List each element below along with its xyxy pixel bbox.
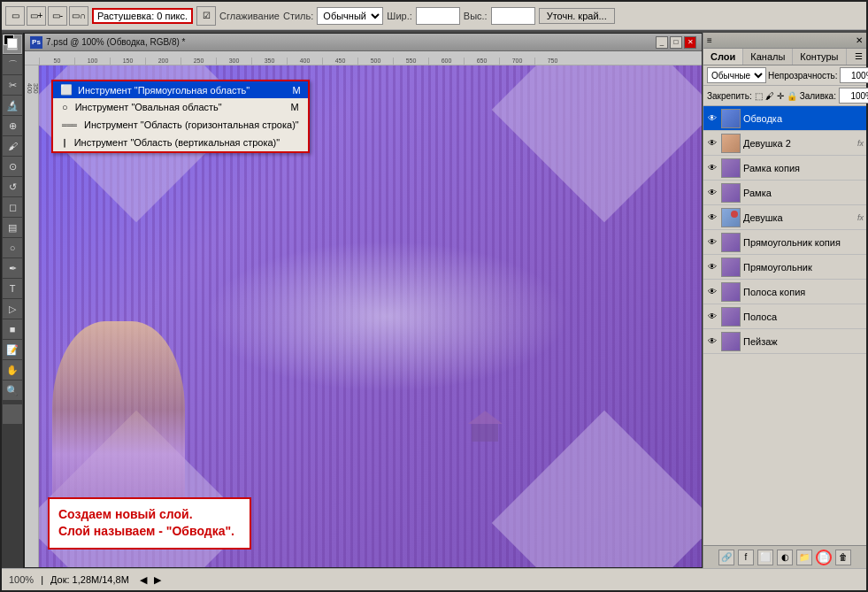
ruler-mark: 100 <box>74 58 110 65</box>
layer-item-rect-copy[interactable]: 👁 Прямоугольник копия <box>703 230 866 255</box>
panel-close-btn[interactable]: ✕ <box>856 35 863 45</box>
style-select[interactable]: Обычный <box>317 7 383 25</box>
fill-input[interactable] <box>839 88 868 104</box>
layers-panel: ≡ ✕ Слои Каналы Контуры ☰ Обычные Непроз… <box>703 33 866 568</box>
zoom-tool-btn[interactable]: 🔍 <box>3 381 22 400</box>
shape-tool-btn[interactable]: ■ <box>3 319 22 339</box>
lock-pixels-btn[interactable]: 🖌 <box>765 91 774 101</box>
opacity-input[interactable] <box>840 67 868 83</box>
menu-item-rect-marquee[interactable]: ⬜ Инструмент "Прямоугольная область" M <box>53 81 308 98</box>
ruler-mark: 150 <box>110 58 145 65</box>
new-adjustment-btn[interactable]: ◐ <box>777 550 793 565</box>
gradient-tool-btn[interactable]: ▤ <box>3 218 22 237</box>
layer-name-polosa: Полоса <box>743 311 864 322</box>
layer-item-devushka2[interactable]: 👁 Девушка 2 fx <box>703 131 866 156</box>
panel-menu-btn[interactable]: ☰ <box>851 49 866 65</box>
link-layers-btn[interactable]: 🔗 <box>718 550 734 565</box>
layer-eye-rect-copy[interactable]: 👁 <box>706 236 718 249</box>
ruler-mark: 400 <box>287 58 322 65</box>
healing-tool-btn[interactable]: ⊕ <box>3 116 22 135</box>
layer-item-polosa-copy[interactable]: 👁 Полоса копия <box>703 280 866 304</box>
minimize-button[interactable]: _ <box>656 36 668 49</box>
eyedropper-tool-btn[interactable]: 🔬 <box>3 96 22 115</box>
ruler-mark: 700 <box>499 58 534 65</box>
ruler-mark: 750 <box>534 58 570 65</box>
layer-name-polosa-copy: Полоса копия <box>743 287 864 297</box>
layer-styles-btn[interactable]: f <box>738 550 754 565</box>
lasso-tool-btn[interactable]: ⌒ <box>3 55 22 74</box>
add-mask-btn[interactable]: ⬜ <box>757 550 773 565</box>
new-group-btn[interactable]: 📁 <box>796 550 812 565</box>
notes-tool-btn[interactable]: 📝 <box>3 340 22 359</box>
layer-thumb-rect-copy <box>721 233 741 252</box>
style-label: Стиль: <box>283 11 313 21</box>
layer-eye-devushka[interactable]: 👁 <box>706 211 718 224</box>
brush-tool-btn[interactable]: 🖌 <box>3 136 22 156</box>
history-tool-btn[interactable]: ↺ <box>3 177 22 196</box>
layer-eye-obvodka[interactable]: 👁 <box>706 112 718 125</box>
menu-item-col-marquee[interactable]: ║ Инструмент "Область (вертикальная стро… <box>53 134 308 151</box>
layer-eye-polosa-copy[interactable]: 👁 <box>706 286 718 298</box>
layer-eye-devushka2[interactable]: 👁 <box>706 137 718 150</box>
fg-color-btn[interactable] <box>3 404 22 424</box>
tab-paths[interactable]: Контуры <box>793 49 846 65</box>
lock-transparent-btn[interactable]: ⬚ <box>755 91 763 101</box>
intersect-selection-btn[interactable]: ▭∩ <box>69 6 88 26</box>
type-tool-btn[interactable]: T <box>3 279 22 298</box>
path-tool-btn[interactable]: ▷ <box>3 299 22 319</box>
tab-channels[interactable]: Каналы <box>743 49 793 65</box>
layer-eye-pejzazh[interactable]: 👁 <box>706 335 718 348</box>
maximize-button[interactable]: □ <box>670 36 682 49</box>
smooth-checkbox[interactable]: ☑ <box>196 6 216 26</box>
ruler-mark: 50 <box>39 58 74 65</box>
ruler-mark: 600 <box>428 58 464 65</box>
layer-item-pejzazh[interactable]: 👁 Пейзаж <box>703 329 866 354</box>
layer-item-devushka[interactable]: 👁 Девушка fx <box>703 205 866 230</box>
layer-item-ramka-copy[interactable]: 👁 Рамка копия <box>703 156 866 181</box>
layer-item-rect[interactable]: 👁 Прямоугольник <box>703 255 866 280</box>
menu-item-row-marquee[interactable]: ═══ Инструмент "Область (горизонтальная … <box>53 116 308 134</box>
clone-tool-btn[interactable]: ⊙ <box>3 157 22 176</box>
tab-layers[interactable]: Слои <box>703 49 743 65</box>
layer-name-rect: Прямоугольник <box>743 262 864 273</box>
lock-row: Закрепить: ⬚ 🖌 ✛ 🔒 Заливка: <box>703 86 866 106</box>
status-bar: 100% | Док: 1,28M/14,8M ◀ ▶ <box>2 568 866 590</box>
instruction-line2: Слой называем - "Обводка". <box>58 523 241 541</box>
lock-position-btn[interactable]: ✛ <box>777 91 784 101</box>
delete-layer-btn[interactable]: 🗑 <box>835 550 851 565</box>
lock-all-btn[interactable]: 🔒 <box>787 91 797 101</box>
nav-left-btn[interactable]: ◀ <box>140 574 147 586</box>
layer-item-obvodka[interactable]: 👁 Обводка <box>703 106 866 131</box>
dodge-tool-btn[interactable]: ○ <box>3 238 22 258</box>
ruler-mark: 450 <box>322 58 357 65</box>
height-input[interactable] <box>491 7 535 25</box>
height-label: Выс.: <box>464 11 488 21</box>
eraser-tool-btn[interactable]: ◻ <box>3 197 22 217</box>
tool-dropdown-menu[interactable]: ⬜ Инструмент "Прямоугольная область" M ○… <box>51 80 310 153</box>
layer-item-polosa[interactable]: 👁 Полоса <box>703 304 866 329</box>
layer-eye-polosa[interactable]: 👁 <box>706 311 718 323</box>
hand-tool-btn[interactable]: ✋ <box>3 360 22 380</box>
layer-eye-rect[interactable]: 👁 <box>706 261 718 273</box>
ruler-mark: 650 <box>464 58 499 65</box>
layer-thumb-devushka2 <box>721 134 741 153</box>
layer-eye-ramka[interactable]: 👁 <box>706 187 718 199</box>
layer-thumb-rect <box>721 258 741 277</box>
new-layer-btn[interactable]: 📄 <box>816 550 832 565</box>
nav-right-btn[interactable]: ▶ <box>154 574 161 586</box>
menu-item-ellipse-marquee[interactable]: ○ Инструмент "Овальная область" M <box>53 98 308 116</box>
blend-mode-select[interactable]: Обычные <box>707 67 766 83</box>
refine-edge-button[interactable]: Уточн. край... <box>539 8 615 24</box>
subtract-selection-btn[interactable]: ▭- <box>48 6 67 26</box>
crop-tool-btn[interactable]: ✂ <box>3 75 22 95</box>
layer-list[interactable]: 👁 Обводка 👁 Девушка 2 fx 👁 Рамка копия 👁 <box>703 106 866 545</box>
pen-tool-btn[interactable]: ✒ <box>3 258 22 278</box>
new-selection-btn[interactable]: ▭ <box>5 6 25 26</box>
close-button[interactable]: ✕ <box>684 36 696 49</box>
layer-eye-ramka-copy[interactable]: 👁 <box>706 162 718 174</box>
add-selection-btn[interactable]: ▭+ <box>27 6 46 26</box>
layer-item-ramka[interactable]: 👁 Рамка <box>703 181 866 205</box>
width-input[interactable] <box>416 7 460 25</box>
row-marquee-icon: ═══ <box>62 121 77 129</box>
layer-thumb-obvodka <box>721 109 741 128</box>
